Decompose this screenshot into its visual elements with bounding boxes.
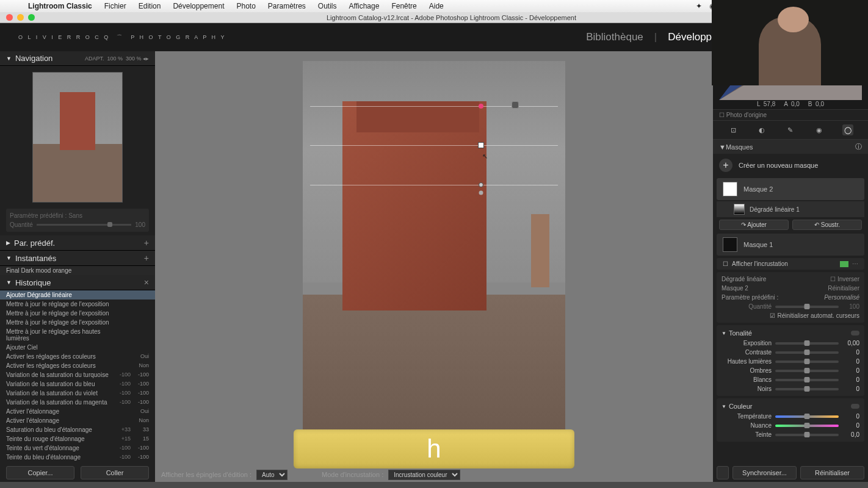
preset-value[interactable]: Personnalisé (824, 294, 859, 301)
history-item[interactable]: Mettre à jour le réglage des hautes lumi… (0, 327, 155, 343)
mask-add-button[interactable]: ↷ Ajouter (719, 220, 789, 230)
couleur-header[interactable]: ▼Couleur (722, 401, 859, 412)
gradient-center-line[interactable] (310, 145, 558, 146)
sync-toggle[interactable] (717, 466, 729, 479)
slider[interactable] (775, 342, 839, 345)
presets-panel-header[interactable]: ▶ Par. prédéf. + (0, 235, 155, 251)
menu-aide[interactable]: Aide (423, 2, 450, 10)
slider[interactable] (775, 379, 839, 381)
preset-preview-box: Paramètre prédéfini : Sans Quantité 100 (6, 209, 149, 232)
reset-button[interactable]: Réinitialiser (800, 466, 864, 479)
history-item[interactable]: Variation de la saturation du magenta-10… (0, 398, 155, 407)
pins-select[interactable]: Auto (256, 470, 288, 480)
history-panel-header[interactable]: ▼ Historique × (0, 275, 155, 290)
copy-button[interactable]: Copier... (6, 466, 74, 479)
crop-tool-icon[interactable]: ⊡ (728, 124, 739, 135)
history-item[interactable]: Mettre à jour le réglage de l'exposition (0, 309, 155, 318)
tonalite-header[interactable]: ▼Tonalité (722, 328, 859, 339)
heal-tool-icon[interactable]: ◐ (756, 124, 767, 135)
mask-item-2[interactable]: Masque 2 (717, 178, 864, 200)
cursor-icon: ↖ (482, 152, 488, 160)
close-button[interactable] (6, 14, 13, 21)
history-item[interactable]: Mettre à jour le réglage de l'exposition (0, 318, 155, 327)
history-item[interactable]: Variation de la saturation du violet-100… (0, 389, 155, 398)
slider-row: Nuance0 (722, 421, 859, 430)
menu-photo[interactable]: Photo (230, 2, 261, 10)
mask-component-gradient[interactable]: Dégradé linéaire 1 (717, 201, 864, 217)
slider[interactable] (775, 425, 839, 427)
overlay-menu-icon[interactable]: ⋯ (852, 260, 858, 267)
mask-item-1[interactable]: Masque 1 (717, 234, 864, 256)
menu-affichage[interactable]: Affichage (343, 2, 386, 10)
menu-edition[interactable]: Edition (132, 2, 167, 10)
module-bibliotheque[interactable]: Bibliothèque (586, 31, 643, 43)
history-item[interactable]: Ajouter Dégradé linéaire (0, 290, 155, 300)
add-preset-icon[interactable]: + (144, 238, 149, 248)
slider[interactable] (775, 434, 839, 436)
sync-button[interactable]: Synchroniser... (732, 466, 797, 479)
section-toggle[interactable] (851, 404, 859, 409)
mask-subtract-button[interactable]: ↶ Soustr. (792, 220, 862, 230)
status-icon[interactable]: ✦ (696, 2, 702, 10)
paste-button[interactable]: Coller (81, 466, 149, 479)
menu-developpement[interactable]: Développement (167, 2, 230, 10)
history-item[interactable]: Variation de la saturation du turquoise-… (0, 370, 155, 379)
history-item[interactable]: Teinte du bleu d'étalonnage-100-100 (0, 453, 155, 462)
overlay-color-swatch[interactable] (840, 261, 848, 267)
create-mask-button[interactable]: + Créer un nouveau masque (713, 154, 868, 177)
menu-outils[interactable]: Outils (312, 2, 343, 10)
disclosure-icon: ▼ (6, 56, 12, 62)
gradient-edge-bottom[interactable] (310, 185, 558, 185)
slider[interactable] (775, 388, 839, 390)
original-photo-toggle[interactable]: ☐ Photo d'origine (713, 110, 868, 121)
menu-parametres[interactable]: Paramètres (262, 2, 312, 10)
slider-row: Hautes lumières0 (722, 357, 859, 366)
slider[interactable] (775, 415, 839, 418)
maximize-button[interactable] (28, 14, 35, 21)
minimize-button[interactable] (17, 14, 24, 21)
clear-history-icon[interactable]: × (144, 278, 149, 287)
history-item[interactable]: Activer l'étalonnageNon (0, 416, 155, 425)
quantity-slider[interactable] (37, 224, 132, 226)
menu-fichier[interactable]: Fichier (98, 2, 132, 10)
navigation-panel-header[interactable]: ▼ Navigation ADAPT. 100 % 300 % ◂▸ (0, 51, 155, 66)
masking-tool-icon[interactable]: ◯ (842, 124, 853, 135)
slider[interactable] (775, 361, 839, 363)
snapshot-item[interactable]: Final Dark mood orange (0, 266, 155, 275)
mask-pin-inactive[interactable] (512, 101, 519, 109)
history-item[interactable]: Teinte du vert d'étalonnage-100-100 (0, 443, 155, 453)
invert-toggle[interactable]: ☐ Inverser (830, 276, 859, 282)
history-item[interactable]: Activer l'étalonnageOui (0, 407, 155, 416)
history-item[interactable]: Teinte du rouge d'étalonnage+1515 (0, 434, 155, 443)
gradient-handle-bottom[interactable] (479, 182, 483, 187)
auto-reset-checkbox[interactable]: ☑ Réinitialiser automat. curseurs (722, 311, 859, 320)
reset-mask-link[interactable]: Réinitialiser (828, 285, 859, 292)
snapshots-panel-header[interactable]: ▼ Instantanés + (0, 251, 155, 266)
photo-canvas[interactable] (303, 61, 565, 464)
history-item[interactable]: Ajouter Ciel (0, 343, 155, 352)
add-snapshot-icon[interactable]: + (144, 253, 149, 263)
menu-fenetre[interactable]: Fenêtre (385, 2, 422, 10)
quantity-slider[interactable] (775, 306, 839, 308)
history-item[interactable]: Variation de la saturation du bleu-100-1… (0, 379, 155, 389)
gradient-rotate-handle[interactable] (479, 191, 483, 195)
history-item[interactable]: Activer les réglages des couleursNon (0, 361, 155, 370)
gradient-handle-top[interactable] (479, 104, 483, 109)
masks-panel-header[interactable]: ▼ Masquesⓘ (713, 140, 868, 154)
overlay-toggle-row[interactable]: ☐Afficher l'incrustation ⋯ (717, 258, 864, 270)
slider[interactable] (775, 370, 839, 372)
overlay-mode-select[interactable]: Incrustation couleur (388, 470, 460, 480)
gradient-edge-top[interactable] (310, 106, 558, 107)
redeye-tool-icon[interactable]: ✎ (785, 124, 796, 135)
app-name[interactable]: Lightroom Classic (22, 2, 98, 10)
history-item[interactable]: Saturation du bleu d'étalonnage+3333 (0, 425, 155, 434)
history-item[interactable]: Activer les réglages des couleursOui (0, 352, 155, 361)
history-item[interactable]: Mettre à jour le réglage de l'exposition (0, 300, 155, 309)
section-toggle[interactable] (851, 331, 859, 336)
preset-label: Paramètre prédéfini : Sans (10, 212, 145, 219)
redeye-icon[interactable]: ◉ (814, 124, 825, 135)
gradient-center-pin[interactable] (478, 142, 484, 148)
slider[interactable] (775, 351, 839, 354)
image-viewport[interactable]: ↖ h Afficher les épingles d'édition : Au… (155, 51, 713, 482)
navigator-thumbnail[interactable] (32, 72, 123, 203)
